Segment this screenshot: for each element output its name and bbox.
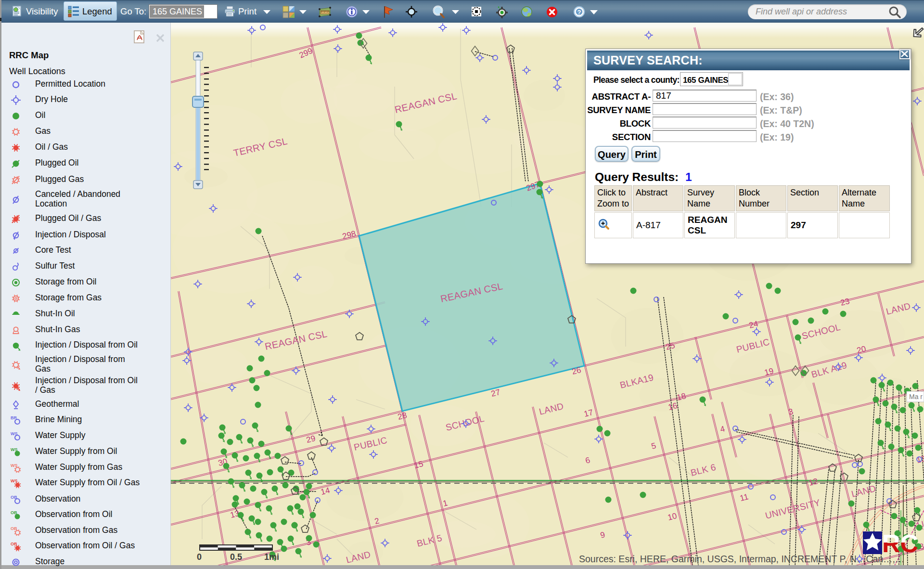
svg-text:Sources: Esri, HERE, Garmin, U: Sources: Esri, HERE, Garmin, USGS, Inter…	[579, 554, 905, 564]
svg-text:0: 0	[197, 552, 202, 562]
svg-text:Ma r: Ma r	[909, 393, 923, 401]
svg-text:0.5: 0.5	[230, 552, 242, 562]
svg-text:?: ?	[578, 9, 581, 16]
svg-text:1mi: 1mi	[264, 552, 279, 562]
